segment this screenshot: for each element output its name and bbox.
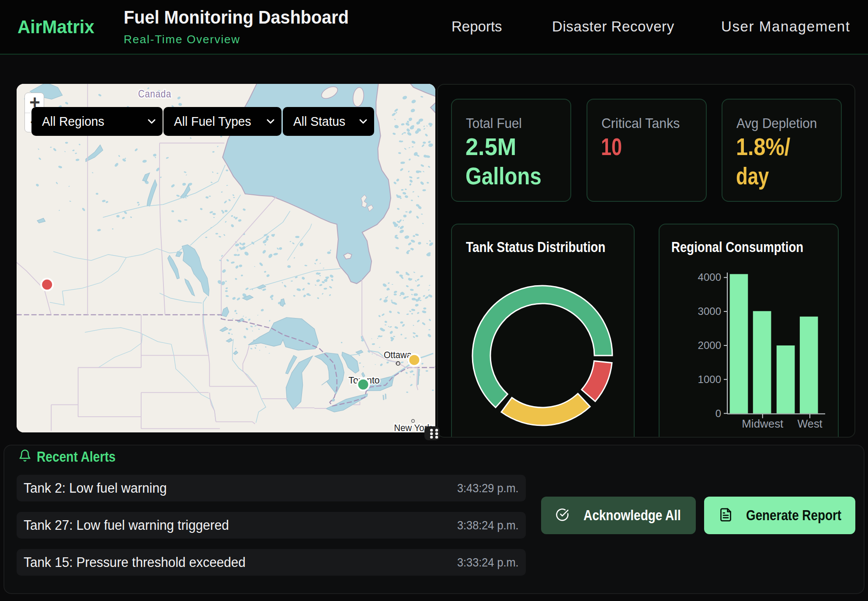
svg-text:West: West [798, 418, 823, 430]
svg-text:0: 0 [715, 408, 721, 419]
svg-text:Canada: Canada [138, 88, 171, 100]
svg-text:4000: 4000 [698, 271, 721, 283]
svg-text:Midwest: Midwest [742, 418, 783, 430]
svg-text:3000: 3000 [698, 305, 721, 317]
svg-text:1000: 1000 [698, 373, 721, 385]
svg-text:2000: 2000 [698, 339, 721, 351]
